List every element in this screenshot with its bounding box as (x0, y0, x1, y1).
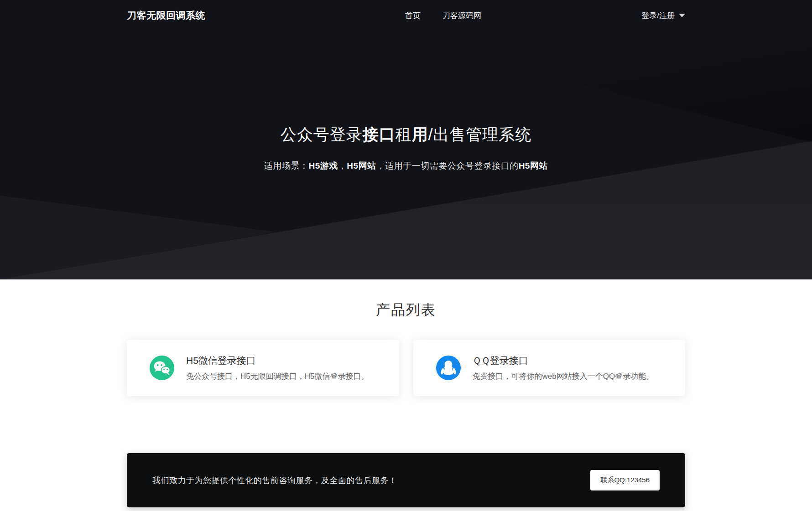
products-section: 产品列表 H5微信登录接口 免公众号接口，H5无限回调接口，H5微信登录接 (0, 279, 812, 396)
product-card-title: H5微信登录接口 (186, 354, 369, 367)
nav-links: 首页 刀客源码网 (405, 10, 481, 21)
login-register-menu[interactable]: 登录/注册 (641, 10, 685, 21)
hero-section: 刀客无限回调系统 首页 刀客源码网 登录/注册 公众号登录接口租用/出售管理系统… (0, 0, 812, 279)
card-text: H5微信登录接口 免公众号接口，H5无限回调接口，H5微信登录接口。 (186, 354, 369, 382)
contact-qq-button[interactable]: 联系QQ:123456 (590, 470, 660, 490)
chevron-down-icon (679, 14, 685, 17)
hero-title: 公众号登录接口租用/出售管理系统 (0, 124, 812, 145)
brand-title[interactable]: 刀客无限回调系统 (127, 9, 205, 22)
banner-text: 我们致力于为您提供个性化的售前咨询服务，及全面的售后服务！ (152, 475, 397, 486)
product-card-description: 免公众号接口，H5无限回调接口，H5微信登录接口。 (186, 371, 369, 382)
qq-icon (436, 356, 461, 380)
nav-link-home[interactable]: 首页 (405, 10, 421, 21)
products-heading: 产品列表 (0, 300, 812, 320)
product-card-qq[interactable]: ＱＱ登录接口 免费接口，可将你的web网站接入一个QQ登录功能。 (413, 340, 686, 396)
product-card-title: ＱＱ登录接口 (473, 354, 654, 367)
card-text: ＱＱ登录接口 免费接口，可将你的web网站接入一个QQ登录功能。 (473, 354, 654, 382)
hero-subtitle: 适用场景：H5游戏，H5网站，适用于一切需要公众号登录接口的H5网站 (0, 160, 812, 172)
login-register-label: 登录/注册 (641, 10, 675, 21)
hero-content: 公众号登录接口租用/出售管理系统 适用场景：H5游戏，H5网站，适用于一切需要公… (0, 31, 812, 172)
product-card-wechat[interactable]: H5微信登录接口 免公众号接口，H5无限回调接口，H5微信登录接口。 (127, 340, 399, 396)
nav-link-daoke-source[interactable]: 刀客源码网 (442, 10, 481, 21)
product-cards-row: H5微信登录接口 免公众号接口，H5无限回调接口，H5微信登录接口。 ＱＱ登录接… (127, 340, 685, 396)
contact-banner: 我们致力于为您提供个性化的售前咨询服务，及全面的售后服务！ 联系QQ:12345… (127, 453, 685, 507)
wechat-icon (150, 356, 174, 380)
navbar: 刀客无限回调系统 首页 刀客源码网 登录/注册 (0, 0, 812, 31)
product-card-description: 免费接口，可将你的web网站接入一个QQ登录功能。 (473, 371, 654, 382)
